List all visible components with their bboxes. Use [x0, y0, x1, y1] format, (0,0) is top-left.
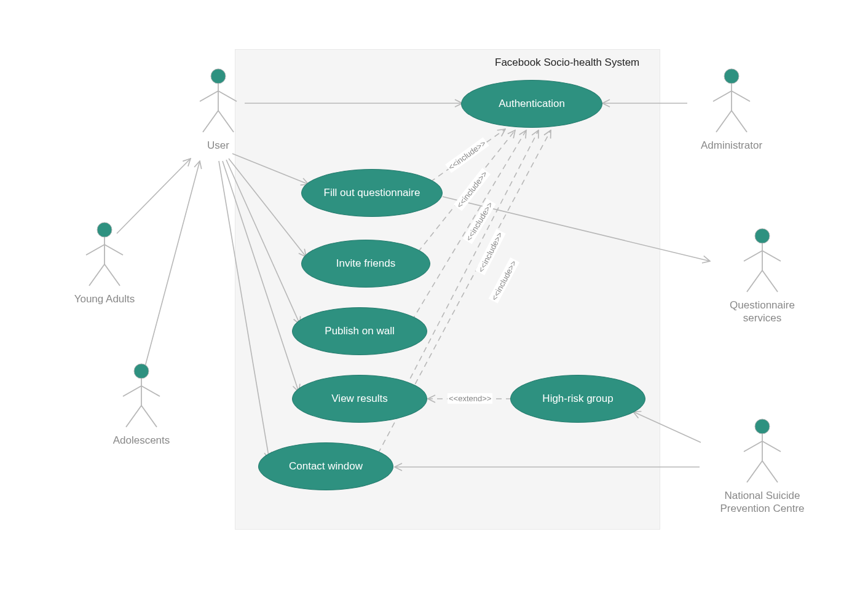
- usecase-fill-questionnaire: Fill out questionnaire: [301, 169, 443, 217]
- actor-user: User: [191, 68, 246, 152]
- usecase-label: Fill out questionnaire: [324, 187, 420, 199]
- svg-line-33: [762, 441, 781, 452]
- usecase-high-risk-group: High-risk group: [510, 375, 645, 423]
- actor-questionnaire-services: Questionnaire services: [710, 227, 815, 325]
- svg-line-16: [126, 406, 141, 427]
- usecase-view-results: View results: [292, 375, 427, 423]
- usecase-label: Authentication: [499, 98, 565, 110]
- svg-line-21: [732, 91, 750, 101]
- svg-line-23: [732, 111, 747, 132]
- stick-figure-icon: [738, 418, 787, 485]
- svg-point-24: [755, 229, 770, 243]
- actor-label: Adolescents: [98, 434, 184, 447]
- usecase-label: Contact window: [289, 460, 363, 473]
- svg-line-29: [762, 270, 778, 292]
- svg-line-20: [713, 91, 732, 101]
- actor-label: Administrator: [688, 139, 775, 152]
- svg-point-0: [211, 69, 226, 84]
- svg-line-17: [141, 406, 157, 427]
- svg-line-5: [218, 111, 234, 132]
- label-extend: <<extend>>: [448, 393, 492, 404]
- svg-line-11: [105, 264, 120, 286]
- actor-young-adults: Young Adults: [61, 221, 148, 305]
- usecase-label: High-risk group: [542, 393, 613, 405]
- stick-figure-icon: [80, 221, 129, 289]
- system-title: Facebook Socio-health System: [495, 57, 639, 69]
- svg-line-15: [141, 386, 160, 396]
- svg-line-27: [762, 251, 781, 261]
- usecase-publish-on-wall: Publish on wall: [292, 307, 427, 355]
- usecase-contact-window: Contact window: [258, 442, 393, 490]
- svg-point-30: [755, 419, 770, 434]
- svg-line-34: [747, 461, 762, 482]
- actor-nspc: National Suicide Prevention Centre: [701, 418, 824, 516]
- svg-line-3: [218, 91, 237, 101]
- stick-figure-icon: [738, 227, 787, 295]
- svg-line-35: [762, 461, 778, 482]
- actor-label: Young Adults: [61, 292, 148, 305]
- actor-administrator: Administrator: [688, 68, 775, 152]
- actor-label: User: [191, 139, 246, 152]
- svg-line-8: [86, 245, 105, 255]
- edge-ado-user: [144, 161, 200, 369]
- actor-label: National Suicide Prevention Centre: [701, 489, 824, 516]
- stick-figure-icon: [707, 68, 756, 135]
- diagram-canvas: Facebook Socio-health System: [0, 0, 868, 612]
- svg-line-28: [747, 270, 762, 292]
- usecase-authentication: Authentication: [461, 80, 602, 128]
- actor-adolescents: Adolescents: [98, 363, 184, 447]
- svg-line-2: [200, 91, 218, 101]
- stick-figure-icon: [194, 68, 243, 135]
- svg-point-12: [134, 364, 149, 379]
- svg-line-9: [105, 245, 123, 255]
- usecase-label: View results: [331, 393, 387, 405]
- svg-line-4: [203, 111, 218, 132]
- stick-figure-icon: [117, 363, 166, 430]
- svg-line-10: [89, 264, 105, 286]
- svg-line-32: [744, 441, 762, 452]
- actor-label: Questionnaire services: [710, 299, 815, 325]
- svg-point-18: [724, 69, 739, 84]
- svg-line-26: [744, 251, 762, 261]
- svg-point-6: [97, 222, 112, 237]
- usecase-invite-friends: Invite friends: [301, 240, 430, 288]
- svg-line-14: [123, 386, 141, 396]
- svg-line-22: [716, 111, 732, 132]
- usecase-label: Invite friends: [336, 257, 395, 270]
- usecase-label: Publish on wall: [325, 325, 394, 337]
